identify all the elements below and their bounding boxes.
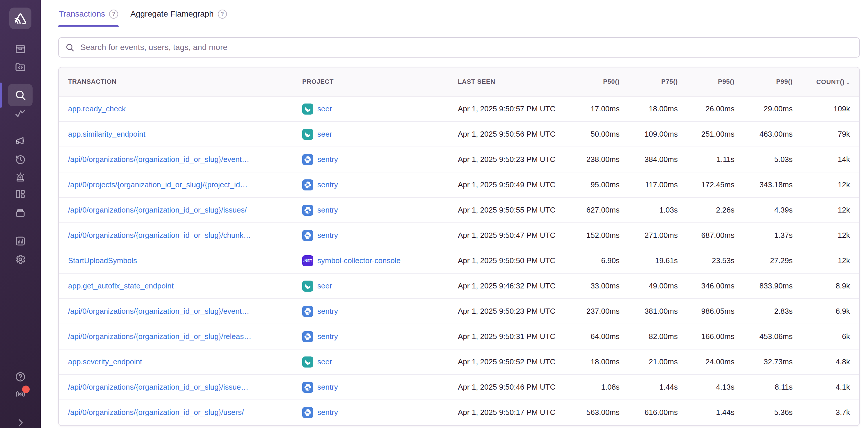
p75-cell: 381.00ms <box>629 307 687 316</box>
project-link[interactable]: seer <box>317 130 332 139</box>
python-platform-icon <box>303 383 312 392</box>
project-platform-icon: .NET <box>302 230 313 241</box>
project-link[interactable]: sentry <box>317 383 338 392</box>
table-row: StartUploadSymbols .NET symbol-collector… <box>59 248 859 274</box>
sidebar-item-alerts[interactable] <box>14 171 26 183</box>
transaction-link[interactable]: /api/0/organizations/{organization_id_or… <box>68 307 249 316</box>
transaction-link[interactable]: app.get_autofix_state_endpoint <box>68 282 174 290</box>
transaction-link[interactable]: /api/0/organizations/{organization_id_or… <box>68 231 251 239</box>
code-folder-icon <box>14 61 26 73</box>
count-cell: 12k <box>802 205 859 215</box>
p50-cell: 238.00ms <box>574 155 629 164</box>
p75-cell: 1.44s <box>629 383 687 392</box>
search-input[interactable] <box>58 37 860 58</box>
count-cell: 6.9k <box>802 307 859 316</box>
dotnet-platform-icon: .NET <box>303 259 312 263</box>
project-link[interactable]: sentry <box>317 332 338 341</box>
project-platform-icon: .NET <box>302 407 313 418</box>
column-header-count[interactable]: Count()↓ <box>802 78 859 86</box>
project-platform-icon: .NET <box>302 205 313 216</box>
sidebar-item-home[interactable] <box>9 7 31 29</box>
transaction-link[interactable]: /api/0/organizations/{organization_id_or… <box>68 383 248 391</box>
search-bar <box>58 37 860 58</box>
table-row: app.ready_check .NET seer Apr 1, 2025 9:… <box>59 97 859 122</box>
p75-cell: 18.00ms <box>629 104 687 113</box>
sidebar-item-replays[interactable] <box>14 154 26 165</box>
p50-cell: 237.00ms <box>574 307 629 316</box>
count-cell: 6k <box>802 332 859 341</box>
column-header-p50[interactable]: P50() <box>574 78 629 86</box>
project-link[interactable]: symbol-collector-console <box>317 256 401 265</box>
transaction-link[interactable]: /api/0/organizations/{organization_id_or… <box>68 408 244 417</box>
p95-cell: 4.13s <box>687 383 744 392</box>
python-platform-icon <box>303 180 312 189</box>
transaction-link[interactable]: app.similarity_endpoint <box>68 130 146 138</box>
column-header-p75[interactable]: P75() <box>629 78 687 86</box>
notification-badge <box>22 386 30 393</box>
project-link[interactable]: seer <box>317 282 332 291</box>
p99-cell: 8.11s <box>744 383 802 392</box>
column-header-transaction[interactable]: Transaction <box>59 78 293 86</box>
seer-platform-icon <box>303 130 312 139</box>
transaction-link[interactable]: app.severity_endpoint <box>68 357 142 366</box>
sidebar-item-projects[interactable] <box>14 61 26 73</box>
project-link[interactable]: sentry <box>317 155 338 164</box>
tab-aggregate-flamegraph[interactable]: Aggregate Flamegraph ? <box>130 7 227 27</box>
project-link[interactable]: seer <box>317 104 332 113</box>
sidebar-item-help[interactable] <box>14 371 26 383</box>
tab-transactions[interactable]: Transactions ? <box>58 7 119 27</box>
chevron-right-icon <box>14 417 26 428</box>
p99-cell: 4.39s <box>744 205 802 215</box>
sidebar-item-stats[interactable] <box>14 235 26 247</box>
transaction-link[interactable]: /api/0/projects/{organization_id_or_slug… <box>68 180 248 189</box>
transaction-link[interactable]: /api/0/organizations/{organization_id_or… <box>68 155 249 164</box>
project-platform-icon: .NET <box>302 306 313 317</box>
sidebar-item-dashboards[interactable] <box>14 188 26 200</box>
p50-cell: 17.00ms <box>574 104 629 113</box>
column-header-project[interactable]: Project <box>293 78 448 86</box>
transaction-link[interactable]: StartUploadSymbols <box>68 256 137 265</box>
seer-platform-icon <box>303 105 312 113</box>
column-header-p99[interactable]: P99() <box>744 78 802 86</box>
project-link[interactable]: seer <box>317 357 332 366</box>
table-row: /api/0/organizations/{organization_id_or… <box>59 299 859 324</box>
sidebar-item-explore[interactable] <box>8 84 33 106</box>
tab-bar: Transactions ? Aggregate Flamegraph ? <box>58 7 860 27</box>
count-cell: 14k <box>802 155 859 164</box>
project-link[interactable]: sentry <box>317 205 338 215</box>
p50-cell: 6.90s <box>574 256 629 265</box>
count-cell: 109k <box>802 104 859 113</box>
transaction-link[interactable]: /api/0/organizations/{organization_id_or… <box>68 205 247 214</box>
table-row: /api/0/organizations/{organization_id_or… <box>59 324 859 350</box>
table-row: app.severity_endpoint .NET seer Apr 1, 2… <box>59 350 859 375</box>
p99-cell: 343.18ms <box>744 180 802 189</box>
transaction-link[interactable]: /api/0/organizations/{organization_id_or… <box>68 332 251 341</box>
p99-cell: 2.83s <box>744 307 802 316</box>
project-link[interactable]: sentry <box>317 307 338 316</box>
project-link[interactable]: sentry <box>317 231 338 240</box>
sidebar-item-feedback[interactable] <box>14 135 26 147</box>
p95-cell: 23.53s <box>687 256 744 265</box>
transaction-link[interactable]: app.ready_check <box>68 104 126 113</box>
last-seen-cell: Apr 1, 2025 9:50:52 PM UTC <box>448 357 574 366</box>
table-row: app.similarity_endpoint .NET seer Apr 1,… <box>59 122 859 147</box>
p75-cell: 271.00ms <box>629 231 687 240</box>
table-row: /api/0/projects/{organization_id_or_slug… <box>59 172 859 198</box>
column-header-last-seen[interactable]: Last Seen <box>448 78 574 86</box>
p99-cell: 453.06ms <box>744 332 802 341</box>
sidebar-item-settings[interactable] <box>14 254 26 265</box>
sidebar-item-traces[interactable] <box>14 107 26 119</box>
sidebar-item-issues[interactable] <box>14 43 26 55</box>
p95-cell: 986.05ms <box>687 307 744 316</box>
issues-inbox-icon <box>14 43 26 55</box>
column-header-p95[interactable]: P95() <box>687 78 744 86</box>
table-row: /api/0/organizations/{organization_id_or… <box>59 147 859 172</box>
aggregate-flamegraph-help-icon[interactable]: ? <box>218 9 227 19</box>
sidebar-item-releases[interactable] <box>14 207 26 219</box>
project-link[interactable]: sentry <box>317 408 338 417</box>
project-link[interactable]: sentry <box>317 180 338 189</box>
p99-cell: 5.36s <box>744 408 802 417</box>
transactions-help-icon[interactable]: ? <box>109 9 118 19</box>
sidebar-expand-button[interactable] <box>14 417 26 428</box>
megaphone-icon <box>14 135 26 147</box>
